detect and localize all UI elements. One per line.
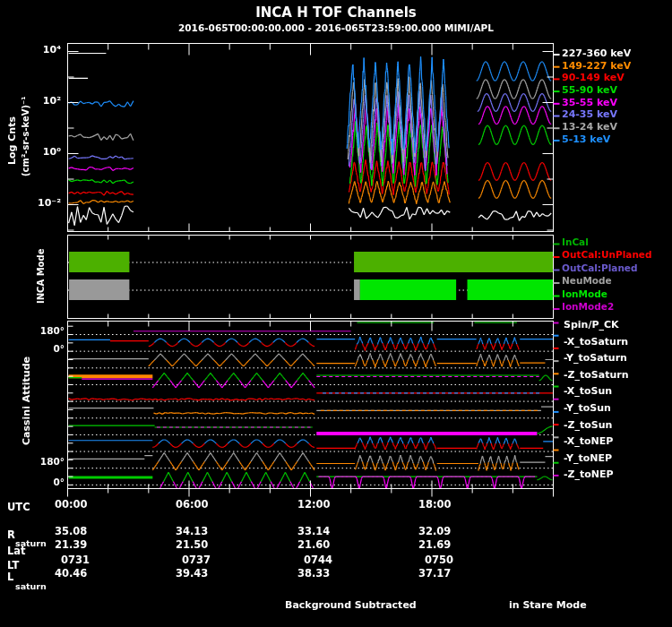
l-saturn-sublabel: saturn <box>15 582 47 591</box>
attitude-ytick-0-top: 0° <box>27 344 65 355</box>
utc-axis-label: UTC <box>7 502 30 513</box>
lt-label: LT <box>7 560 19 571</box>
legend-item-y-tonep: -Y_toNEP <box>564 453 612 464</box>
ytick-1e0: 10⁰ <box>23 147 61 158</box>
lt-value: 0750 <box>425 554 487 566</box>
legend-item-neumode: NeuMode <box>562 276 612 287</box>
r-value: 32.09 <box>418 526 481 537</box>
lt-value: 0744 <box>304 554 366 566</box>
utc-value: 00:00 <box>55 499 117 511</box>
legend-item-spin-pck: Spin/P_CK <box>564 320 619 331</box>
lat-value: 21.69 <box>418 539 481 551</box>
inca-tof-plot-page: INCA H TOF Channels 2016-065T00:00:00.00… <box>0 0 672 627</box>
legend-item-x-tosun: -X_toSun <box>564 386 612 397</box>
lat-value: 21.50 <box>176 539 238 551</box>
legend-item-x-tonep: -X_toNEP <box>564 436 613 447</box>
utc-value: 18:00 <box>418 499 481 511</box>
attitude-axis-label: Cassini Attitude <box>22 356 32 445</box>
attitude-ytick-0-bot: 0° <box>27 477 65 488</box>
legend-item-y-tosaturn: -Y_toSaturn <box>564 353 627 364</box>
r-saturn-label: R <box>7 529 15 541</box>
legend-item-149-227kev: 149-227 keV <box>562 61 631 72</box>
legend-item-90-149kev: 90-149 keV <box>562 73 625 83</box>
legend-item-227-360kev: 227-360 keV <box>562 48 631 59</box>
legend-item-z-tonep: -Z_toNEP <box>564 469 614 480</box>
utc-value: 12:00 <box>297 499 360 511</box>
legend-item-z-tosaturn: -Z_toSaturn <box>564 370 629 381</box>
ytick-1e2: 10² <box>23 96 61 107</box>
background-subtracted-note: Background Subtracted <box>285 600 417 611</box>
ytick-1e4: 10⁴ <box>23 45 61 56</box>
legend-item-ionmode: IonMode <box>562 289 607 300</box>
legend-item-55-90kev: 55-90 keV <box>562 85 617 96</box>
legend-item-outcal-planed: OutCal:Planed <box>562 263 638 274</box>
l-value: 39.43 <box>176 568 238 580</box>
counts-axis-units: (cm²-sr-s-keV)⁻¹ <box>21 96 30 176</box>
counts-axis-label: Log Cnts <box>7 116 18 165</box>
utc-value: 06:00 <box>176 499 238 511</box>
lt-value: 0737 <box>182 554 245 566</box>
legend-item-z-tosun: -Z_toSun <box>564 420 612 431</box>
time-range-subtitle: 2016-065T00:00:00.000 - 2016-065T23:59:0… <box>0 23 672 34</box>
l-saturn-label: L <box>7 571 13 583</box>
attitude-ytick-180-bot: 180° <box>27 457 65 468</box>
l-value: 38.33 <box>297 568 360 580</box>
lt-value: 0731 <box>61 554 124 566</box>
legend-item-35-55kev: 35-55 keV <box>562 98 617 108</box>
legend-item-x-tosaturn: -X_toSaturn <box>564 337 628 348</box>
lat-label: Lat <box>7 545 26 557</box>
page-title: INCA H TOF Channels <box>0 5 672 21</box>
r-value: 35.08 <box>55 526 117 537</box>
inca-mode-axis-label: INCA Mode <box>36 249 46 304</box>
r-value: 34.13 <box>176 526 238 537</box>
legend-item-24-35kev: 24-35 keV <box>562 109 617 120</box>
stare-mode-note: in Stare Mode <box>509 600 587 611</box>
attitude-ytick-180-top: 180° <box>27 326 65 337</box>
lat-value: 21.60 <box>297 539 360 551</box>
legend-item-5-13kev: 5-13 keV <box>562 134 610 145</box>
ytick-1e-2: 10⁻² <box>23 198 61 209</box>
lat-value: 21.39 <box>55 539 117 551</box>
r-value: 33.14 <box>297 526 360 537</box>
l-value: 40.46 <box>55 568 117 580</box>
legend-item-ionmode2: IonMode2 <box>562 302 614 313</box>
legend-item-incal: InCal <box>562 237 589 248</box>
legend-item-13-24kev: 13-24 keV <box>562 122 617 133</box>
legend-item-y-tosun: -Y_toSun <box>564 403 611 414</box>
legend-item-outcal-unplaned: OutCal:UnPlaned <box>562 250 652 261</box>
l-value: 37.17 <box>418 568 481 580</box>
